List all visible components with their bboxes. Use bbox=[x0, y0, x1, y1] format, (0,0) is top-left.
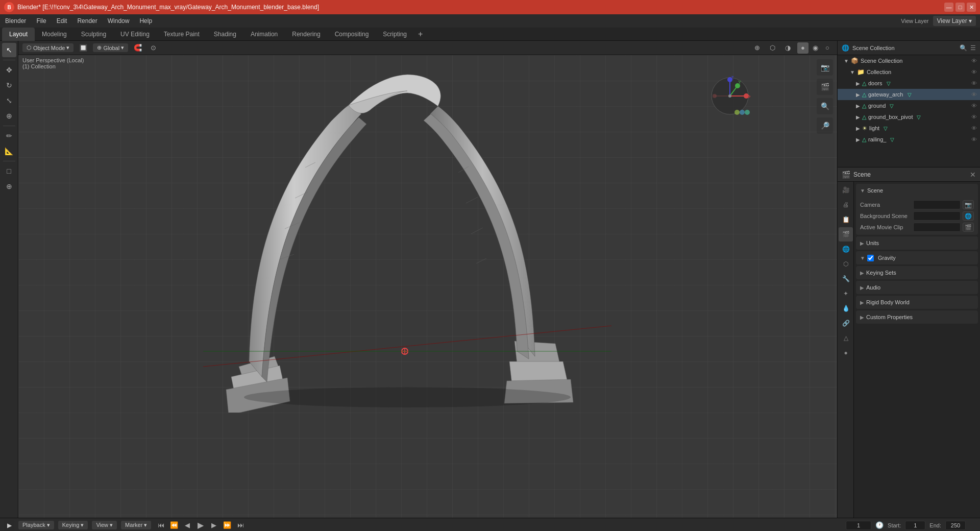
outliner-item-ground-box-pivot[interactable]: ▶ △ ground_box_pivot ▽ 👁 bbox=[838, 111, 980, 123]
audio-section-header[interactable]: ▶ Audio bbox=[856, 281, 978, 294]
tab-modeling[interactable]: Modeling bbox=[35, 28, 74, 41]
zoom-out-btn[interactable]: 🔎 bbox=[817, 117, 833, 134]
current-frame-input[interactable]: 1 bbox=[846, 521, 871, 530]
canvas-area[interactable]: User Perspective (Local) (1) Collection bbox=[18, 55, 837, 518]
bg-scene-field[interactable] bbox=[913, 211, 961, 221]
play-btn[interactable]: ▶ bbox=[195, 520, 206, 531]
add-cube-tool[interactable]: □ bbox=[2, 164, 16, 178]
measure-tool[interactable]: 📐 bbox=[2, 144, 16, 158]
start-frame-input[interactable] bbox=[905, 521, 925, 530]
select-tool[interactable]: ↖ bbox=[2, 43, 16, 57]
show-gizmo-btn[interactable]: ⊕ bbox=[751, 42, 763, 54]
tab-uv-editing[interactable]: UV Editing bbox=[113, 28, 157, 41]
end-frame-input[interactable] bbox=[945, 521, 966, 530]
world-props-tab[interactable]: 🌐 bbox=[839, 242, 853, 256]
mode-selector[interactable]: ⬡ Object Mode ▾ bbox=[22, 43, 74, 52]
scene-section-header[interactable]: ▼ Scene bbox=[856, 184, 978, 197]
menu-render[interactable]: Render bbox=[72, 14, 102, 28]
step-back-btn[interactable]: ◀ bbox=[182, 520, 193, 531]
custom-props-section-header[interactable]: ▶ Custom Properties bbox=[856, 310, 978, 324]
menu-blender[interactable]: Blender bbox=[0, 14, 31, 28]
arch-eye[interactable]: 👁 bbox=[971, 91, 977, 98]
outliner-item-light[interactable]: ▶ ☀ light ▽ 👁 bbox=[838, 123, 980, 134]
output-props-tab[interactable]: 🖨 bbox=[839, 198, 853, 212]
transform-orientation[interactable]: ⊕ Global ▾ bbox=[93, 43, 128, 52]
render-region-btn[interactable]: 🎬 bbox=[817, 79, 833, 95]
ground-eye[interactable]: 👁 bbox=[971, 103, 977, 109]
rigid-body-section-header[interactable]: ▶ Rigid Body World bbox=[856, 296, 978, 309]
step-forward-btn[interactable]: ▶ bbox=[208, 520, 219, 531]
zoom-in-btn[interactable]: 🔍 bbox=[817, 98, 833, 114]
view-btn[interactable]: View ▾ bbox=[92, 521, 117, 529]
view-layer-tab[interactable]: 📋 bbox=[839, 212, 853, 227]
show-overlay-btn[interactable]: ⬡ bbox=[767, 42, 778, 54]
solid-shade-btn[interactable]: ● bbox=[797, 42, 808, 54]
maximize-button[interactable]: □ bbox=[955, 3, 965, 12]
data-props-tab[interactable]: △ bbox=[839, 331, 853, 345]
annotate-tool[interactable]: ✏ bbox=[2, 129, 16, 143]
rotate-tool[interactable]: ↻ bbox=[2, 78, 16, 92]
outliner-search-icon[interactable]: 🔍 bbox=[960, 44, 967, 52]
add-workspace-button[interactable]: + bbox=[414, 30, 427, 39]
marker-btn[interactable]: Marker ▾ bbox=[121, 521, 151, 529]
next-keyframe-btn[interactable]: ⏩ bbox=[222, 520, 233, 531]
close-button[interactable]: ✕ bbox=[967, 3, 976, 12]
tab-texture-paint[interactable]: Texture Paint bbox=[157, 28, 207, 41]
scene-props-tab[interactable]: 🎬 bbox=[839, 227, 853, 242]
outliner-item-scene-collection[interactable]: ▼ 📦 Scene Collection 👁 bbox=[838, 55, 980, 66]
tab-layout[interactable]: Layout bbox=[2, 28, 35, 41]
physics-props-tab[interactable]: 💧 bbox=[839, 301, 853, 316]
tab-shading[interactable]: Shading bbox=[207, 28, 243, 41]
cursor-tool[interactable]: ⊕ bbox=[2, 179, 16, 194]
move-tool[interactable]: ✥ bbox=[2, 63, 16, 77]
outliner-filter-icon[interactable]: ☰ bbox=[970, 44, 976, 52]
scale-tool[interactable]: ⤡ bbox=[2, 93, 16, 108]
gravity-section-header[interactable]: ▼ Gravity bbox=[856, 251, 978, 264]
movie-clip-field[interactable] bbox=[913, 223, 961, 232]
render-props-tab[interactable]: 🎥 bbox=[839, 183, 853, 197]
transform-tool[interactable]: ⊕ bbox=[2, 109, 16, 123]
render-shade-btn[interactable]: ○ bbox=[822, 42, 833, 54]
constraints-props-tab[interactable]: 🔗 bbox=[839, 316, 853, 330]
object-props-tab[interactable]: ⬡ bbox=[839, 257, 853, 271]
tab-rendering[interactable]: Rendering bbox=[285, 28, 327, 41]
keying-btn[interactable]: Keying ▾ bbox=[58, 521, 88, 529]
keying-sets-section-header[interactable]: ▶ Keying Sets bbox=[856, 266, 978, 279]
minimize-button[interactable]: — bbox=[944, 3, 953, 12]
tab-animation[interactable]: Animation bbox=[243, 28, 285, 41]
navigation-gizmo[interactable]: X Y Z bbox=[709, 76, 750, 116]
material-props-tab[interactable]: ● bbox=[839, 346, 853, 360]
tab-compositing[interactable]: Compositing bbox=[328, 28, 376, 41]
visibility-eye[interactable]: 👁 bbox=[971, 58, 977, 64]
railing-eye[interactable]: 👁 bbox=[971, 136, 977, 142]
outliner-item-gateway-arch[interactable]: ▶ △ gateway_arch ▽ 👁 bbox=[838, 89, 980, 100]
gravity-checkbox[interactable] bbox=[867, 255, 874, 261]
snap-btn[interactable]: 🧲 bbox=[132, 42, 143, 54]
particles-props-tab[interactable]: ✦ bbox=[839, 286, 853, 301]
camera-picker-btn[interactable]: 📷 bbox=[963, 200, 974, 209]
view-layer-menu[interactable]: View Layer ▾ bbox=[933, 16, 976, 26]
menu-file[interactable]: File bbox=[31, 14, 51, 28]
doors-eye[interactable]: 👁 bbox=[971, 80, 977, 86]
blender-logo[interactable]: B bbox=[4, 2, 14, 12]
outliner-item-doors[interactable]: ▶ △ doors ▽ 👁 bbox=[838, 78, 980, 89]
bg-scene-picker-btn[interactable]: 🌐 bbox=[963, 211, 974, 221]
collection-eye[interactable]: 👁 bbox=[971, 69, 977, 75]
gbp-eye[interactable]: 👁 bbox=[971, 114, 977, 120]
camera-field[interactable] bbox=[913, 200, 961, 209]
menu-window[interactable]: Window bbox=[103, 14, 135, 28]
outliner-item-collection[interactable]: ▼ 📁 Collection 👁 bbox=[838, 66, 980, 78]
timeline-icon[interactable]: ▶ bbox=[4, 520, 14, 530]
light-eye[interactable]: 👁 bbox=[971, 125, 977, 131]
menu-edit[interactable]: Edit bbox=[52, 14, 72, 28]
tab-sculpting[interactable]: Sculpting bbox=[74, 28, 113, 41]
modifier-props-tab[interactable]: 🔧 bbox=[839, 272, 853, 286]
camera-view-btn[interactable]: 📷 bbox=[817, 59, 833, 76]
material-shade-btn[interactable]: ◉ bbox=[810, 42, 821, 54]
tab-scripting[interactable]: Scripting bbox=[376, 28, 414, 41]
movie-clip-picker-btn[interactable]: 🎬 bbox=[963, 223, 974, 232]
units-section-header[interactable]: ▶ Units bbox=[856, 236, 978, 250]
jump-start-btn[interactable]: ⏮ bbox=[155, 520, 166, 531]
proportional-btn[interactable]: ⊙ bbox=[148, 42, 159, 54]
props-close-icon[interactable]: ✕ bbox=[970, 171, 976, 179]
